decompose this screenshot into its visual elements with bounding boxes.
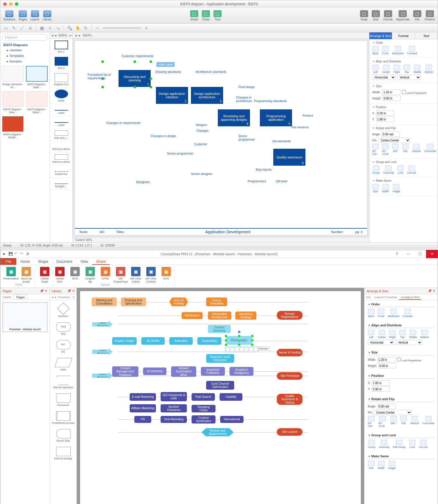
height-input[interactable] xyxy=(378,363,396,368)
mspowerpoint-button[interactable]: ▣MS PowerPoint xyxy=(114,267,127,283)
svg-button[interactable]: ▣SVG xyxy=(159,267,173,283)
front-button[interactable]: Front xyxy=(382,46,389,55)
flow-box[interactable]: Auction/ Clearance xyxy=(161,404,187,412)
width-button[interactable]: Width xyxy=(382,184,389,193)
size-button[interactable]: Size xyxy=(372,184,379,193)
flow-box[interactable]: Wireframes xyxy=(182,312,203,319)
tab-text[interactable]: Text xyxy=(415,32,438,39)
ccw-button[interactable]: 90° CCW xyxy=(382,144,389,155)
flow-box[interactable]: Review and Approvement xyxy=(201,428,234,436)
present-button[interactable]: ▢Present xyxy=(425,10,435,21)
ribbon-tab-view[interactable]: View xyxy=(77,258,92,265)
flip-button[interactable]: Flip xyxy=(402,144,409,155)
ccw-button[interactable]: 90° CCW xyxy=(378,416,387,428)
-button[interactable]: 180° xyxy=(392,144,399,155)
tree-button[interactable]: ▢Tree xyxy=(213,10,222,21)
grid-button[interactable]: ▢Grid xyxy=(372,10,380,21)
group-icon[interactable]: ▦ xyxy=(39,25,44,31)
flow-box[interactable]: Analytics/ Intelligence xyxy=(230,367,253,376)
lib-shape[interactable]: YESYES xyxy=(50,320,77,338)
height-input[interactable] xyxy=(383,96,401,101)
back-button[interactable]: Back xyxy=(372,46,379,55)
magnify-icon[interactable]: 🔍 xyxy=(67,25,72,31)
bottom-button[interactable]: Bottom xyxy=(420,330,429,339)
width-button[interactable]: Width xyxy=(378,461,385,470)
flow-box[interactable]: Animation xyxy=(169,337,193,345)
stencil-item[interactable]: Label xyxy=(50,104,72,116)
width-input[interactable] xyxy=(377,357,395,362)
left-button[interactable]: Left xyxy=(372,65,379,74)
page-thumb[interactable]: IDEF0 diagram - Dete... xyxy=(2,91,24,114)
center-button[interactable]: Center xyxy=(378,330,386,339)
flow-box[interactable]: Client Approve xyxy=(92,372,113,379)
idef-box-4[interactable]: Reviewing and approving designs4 xyxy=(218,109,250,126)
hypernote-button[interactable]: ▢Hypernote xyxy=(396,10,409,21)
lib-shape[interactable]: Manual operation xyxy=(50,373,77,391)
forward-button[interactable]: Forward xyxy=(407,46,417,55)
cw-button[interactable]: 90° CW xyxy=(372,144,379,155)
flow-box[interactable]: Kick-off meeting xyxy=(169,298,188,306)
idef-box-5[interactable]: Programming application5 xyxy=(260,109,292,126)
ribbon-tab-share[interactable]: Share xyxy=(92,258,110,265)
flow-box[interactable]: Proposal and Specification xyxy=(121,298,146,306)
rotate-icon[interactable]: ↻ xyxy=(83,25,88,31)
bottom-button[interactable]: Bottom xyxy=(425,65,433,74)
lib-shape[interactable]: Document xyxy=(50,391,77,409)
flow-box[interactable]: Meeting and Consultation xyxy=(92,298,117,306)
back-button[interactable]: Back xyxy=(368,309,374,318)
lib-shape[interactable]: Decision xyxy=(50,300,77,320)
info-button[interactable]: ▢Info xyxy=(413,10,421,21)
flow-box[interactable]: Client Approve xyxy=(92,321,113,328)
width-input[interactable] xyxy=(382,90,400,95)
zoom-slider[interactable] xyxy=(103,27,141,29)
flow-box[interactable]: Design Templates xyxy=(206,298,227,306)
angle-input[interactable] xyxy=(382,132,400,137)
tree-root[interactable]: IDEF0 Diagrams xyxy=(0,42,50,48)
horizontal-button[interactable]: Horizontal xyxy=(424,144,436,155)
lock-button[interactable]: Lock xyxy=(397,165,404,174)
idef-box-1[interactable]: Discussing and planning1 xyxy=(119,70,151,87)
flow-box[interactable]: Graphic Design xyxy=(112,337,137,345)
flow-box[interactable]: Viral Marketing xyxy=(161,416,187,423)
height-button[interactable]: Height xyxy=(392,184,400,193)
unlock-button[interactable]: UnLock xyxy=(419,440,428,449)
flow-box[interactable]: Site Launch xyxy=(277,428,303,436)
group-button[interactable]: Group xyxy=(372,165,380,174)
layers-button[interactable]: ▢Layers xyxy=(31,10,39,21)
lib-shape[interactable]: NONO xyxy=(50,338,77,356)
flow-box[interactable]: Content Syndication xyxy=(192,415,215,424)
right-button[interactable]: Right xyxy=(389,330,396,339)
page-thumb[interactable]: IDEF0 diagram - Model... xyxy=(2,116,24,139)
right-button[interactable]: Right xyxy=(394,65,400,74)
search-input[interactable]: ⚲ Search xyxy=(2,34,48,41)
ribbon-tab-home[interactable]: Home xyxy=(16,258,34,265)
help-icon[interactable]: ? xyxy=(391,250,403,258)
flow-box[interactable]: Paid Search xyxy=(192,393,215,401)
flowchart-canvas[interactable]: Meeting and ConsultationProposal and Spe… xyxy=(80,291,361,504)
eps-button[interactable]: ▣EPS xyxy=(68,267,82,283)
maximize-icon[interactable]: ☐ xyxy=(414,250,426,258)
group-button[interactable]: Group xyxy=(368,440,375,449)
vertical-button[interactable]: Vertical xyxy=(410,416,419,428)
stencil-item[interactable]: Diagram box xyxy=(50,71,72,88)
middle-button[interactable]: Middle xyxy=(409,330,417,339)
top-button[interactable]: Top xyxy=(404,65,410,74)
align-icon[interactable]: ≡ xyxy=(47,25,53,31)
lib-shape[interactable]: Data xyxy=(50,356,77,373)
close-icon[interactable]: ✕ xyxy=(426,250,438,258)
pin-icon[interactable]: 📌 ✕ xyxy=(40,289,47,293)
ungroup-button[interactable]: UnGroup xyxy=(379,440,390,449)
size-button[interactable]: Size xyxy=(368,461,374,470)
vertical-button[interactable]: Vertical xyxy=(412,144,421,155)
stencil-item[interactable]: Mid text callout xyxy=(50,153,72,165)
page-thumbnail[interactable]: Flowchart - Website launch xyxy=(3,302,47,332)
presentation-button[interactable]: ▣Presentation xyxy=(4,267,18,283)
flow-box[interactable]: Client Approve xyxy=(92,348,113,355)
page-thumb[interactable]: IDEF0 diagram - Maint... xyxy=(26,91,48,114)
vertical-select[interactable]: Vertical xyxy=(397,75,421,80)
adobepdf-button[interactable]: ▣Adobe PDF xyxy=(53,267,67,283)
idef-box-6[interactable]: Quality assurance6 xyxy=(273,149,305,166)
ungroup-button[interactable]: UnGroup xyxy=(383,165,394,174)
zoom-in-icon[interactable]: + xyxy=(144,25,149,31)
zoom-out-icon[interactable]: − xyxy=(95,25,100,31)
